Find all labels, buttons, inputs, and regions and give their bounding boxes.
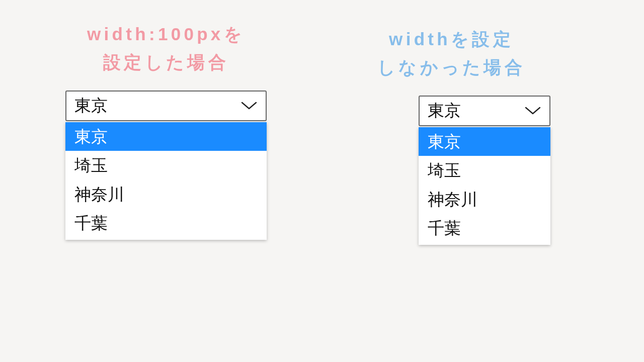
dropdown-left: 東京 埼玉 神奈川 千葉: [65, 122, 267, 240]
chevron-down-icon: [524, 106, 541, 116]
option-left-0[interactable]: 東京: [65, 122, 267, 151]
dropdown-right: 東京 埼玉 神奈川 千葉: [419, 127, 550, 245]
option-right-1[interactable]: 埼玉: [419, 156, 550, 185]
option-left-2[interactable]: 神奈川: [65, 180, 267, 209]
option-left-1[interactable]: 埼玉: [65, 151, 267, 180]
heading-left: width:100pxを 設定した場合: [65, 20, 267, 76]
example-left: width:100pxを 設定した場合 東京 東京 埼玉 神奈川 千葉: [65, 20, 267, 240]
option-right-2[interactable]: 神奈川: [419, 185, 550, 214]
select-container-left: 東京 東京 埼玉 神奈川 千葉: [65, 90, 267, 240]
option-right-3[interactable]: 千葉: [419, 214, 550, 243]
select-box-right[interactable]: 東京: [419, 96, 550, 126]
heading-right: widthを設定 しなかった場合: [352, 25, 550, 81]
select-box-left[interactable]: 東京: [65, 90, 267, 121]
select-value-right: 東京: [428, 100, 461, 122]
option-left-3[interactable]: 千葉: [65, 209, 267, 238]
select-value-left: 東京: [74, 95, 108, 117]
select-container-right: 東京 東京 埼玉 神奈川 千葉: [419, 96, 550, 245]
chevron-down-icon: [240, 101, 258, 111]
option-right-0[interactable]: 東京: [419, 127, 550, 156]
example-right: widthを設定 しなかった場合 東京 東京 埼玉 神奈川 千葉: [352, 25, 550, 245]
